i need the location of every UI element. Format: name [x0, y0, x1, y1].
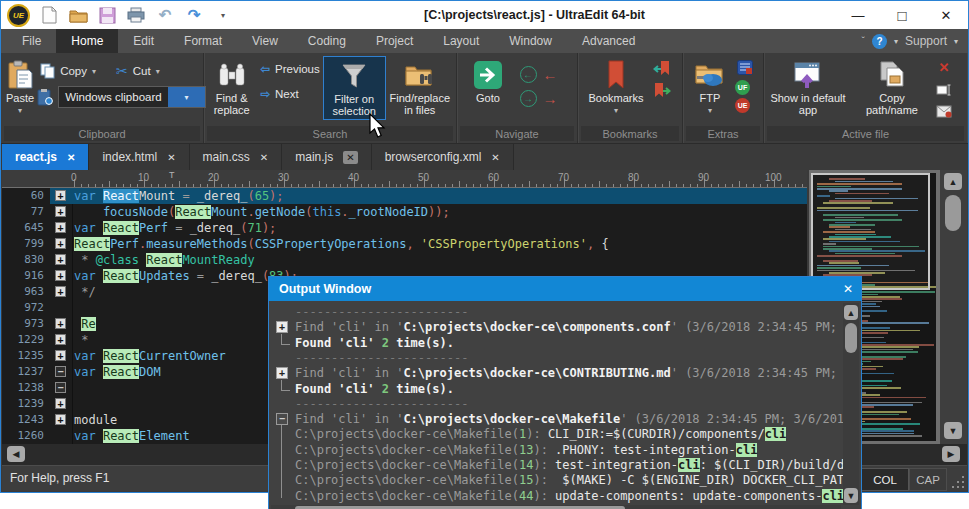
scroll-up-icon[interactable]: ▲ — [944, 173, 962, 190]
nav-forward-icon[interactable]: → — [520, 90, 537, 107]
output-search-result[interactable]: C:\projects\docker-ce\Makefile(1): CLI_D… — [269, 427, 845, 442]
previous-bookmark-icon[interactable] — [652, 58, 672, 77]
fold-toggle-icon[interactable]: + — [55, 190, 66, 201]
quick-access-dropdown-icon[interactable]: ▾ — [213, 5, 233, 25]
rename-file-icon[interactable] — [934, 80, 954, 99]
output-search-result[interactable]: C:\projects\docker-ce\Makefile(15): $(MA… — [269, 473, 845, 488]
output-window-body[interactable]: ------------------------+Find 'cli' in '… — [269, 301, 845, 509]
menu-item-project[interactable]: Project — [361, 29, 428, 53]
ultraftp-icon[interactable]: UE — [735, 98, 750, 113]
fold-toggle-icon[interactable]: + — [55, 222, 66, 233]
output-found-summary[interactable]: Found 'cli' 2 time(s). — [269, 382, 845, 397]
vscroll-thumb[interactable] — [945, 195, 961, 231]
new-file-icon[interactable] — [39, 5, 59, 25]
tab-close-icon[interactable]: ✕ — [343, 151, 357, 164]
col-mode-indicator[interactable]: COL — [861, 468, 909, 491]
caps-lock-indicator[interactable]: CAP — [909, 468, 947, 491]
tab-browserconfig.xml[interactable]: browserconfig.xml✕ — [372, 144, 514, 170]
ribbon-collapse-icon[interactable]: ˇ — [862, 36, 865, 47]
menu-item-file[interactable]: File — [7, 29, 56, 53]
fold-toggle-icon[interactable]: + — [55, 318, 66, 329]
menu-item-window[interactable]: Window — [494, 29, 567, 53]
output-window-close-icon[interactable]: ✕ — [835, 282, 861, 296]
output-search-result[interactable]: C:\projects\docker-ce\Makefile(14): test… — [269, 458, 845, 473]
tab-react.js[interactable]: react.js✕ — [2, 144, 89, 170]
editor-line-799[interactable]: 799+ReactPerf.measureMethods(CSSProperty… — [2, 236, 807, 252]
fold-toggle-icon[interactable]: − — [55, 382, 66, 393]
output-search-result[interactable]: C:\projects\docker-ce\Makefile(44): upda… — [269, 489, 845, 504]
output-found-summary[interactable]: Found 'cli' 2 time(s). — [269, 336, 845, 351]
output-separator[interactable]: ------------------------ — [269, 305, 845, 320]
menu-item-coding[interactable]: Coding — [293, 29, 361, 53]
output-search-result[interactable]: C:\projects\docker-ce\Makefile(13): .PHO… — [269, 443, 845, 458]
menu-item-view[interactable]: View — [237, 29, 293, 53]
output-find-header[interactable]: +Find 'cli' in 'C:\projects\docker-ce\CO… — [269, 366, 845, 381]
editor-line-77[interactable]: 77+ focusNode(ReactMount.getNode(this._r… — [2, 204, 807, 220]
output-expand-icon[interactable]: + — [276, 367, 288, 379]
bookmarks-button[interactable]: Bookmarks ▾ — [580, 56, 652, 119]
output-find-header[interactable]: +Find 'cli' in 'C:\projects\docker-ce\co… — [269, 320, 845, 335]
tab-close-icon[interactable]: ✕ — [260, 152, 268, 163]
tab-close-icon[interactable]: ✕ — [67, 152, 75, 163]
tab-index.html[interactable]: index.html✕ — [89, 144, 189, 170]
show-in-default-app-button[interactable]: Show in default app — [766, 56, 850, 118]
output-scroll-down-icon[interactable]: ▼ — [844, 488, 858, 503]
find-previous-button[interactable]: ⇦ Previous — [257, 58, 322, 80]
fold-toggle-icon[interactable]: + — [55, 238, 66, 249]
ftp-button[interactable]: FTP ▾ — [685, 56, 735, 119]
output-separator[interactable]: ------------------------ — [269, 351, 845, 366]
nav-back-icon[interactable]: ← — [520, 66, 537, 83]
ultraedit-logo-icon[interactable]: UE — [7, 4, 30, 27]
maximize-button[interactable]: □ — [880, 1, 924, 29]
ultracompare-icon[interactable] — [735, 58, 755, 77]
support-dropdown-icon[interactable]: ▾ — [954, 37, 958, 46]
redo-icon[interactable]: ↷ — [184, 5, 204, 25]
menu-item-edit[interactable]: Edit — [118, 29, 169, 53]
copy-path-name-button[interactable]: Copy path/name — [850, 56, 934, 118]
fold-toggle-icon[interactable]: + — [55, 254, 66, 265]
menu-item-format[interactable]: Format — [169, 29, 237, 53]
output-vscrollbar[interactable]: ▲ ▼ — [843, 303, 859, 505]
filter-on-selection-button[interactable]: Filter on selection — [323, 56, 386, 120]
output-hscrollbar[interactable] — [271, 505, 841, 509]
tab-close-icon[interactable]: ✕ — [491, 152, 499, 163]
minimize-button[interactable]: — — [836, 1, 880, 29]
tab-close-icon[interactable]: ✕ — [167, 152, 175, 163]
editor-line-60[interactable]: 60+var ReactMount = _dereq_(65); — [2, 188, 807, 204]
editor-line-830[interactable]: 830+ * @class ReactMountReady — [2, 252, 807, 268]
editor-line-645[interactable]: 645+var ReactPerf = _dereq_(71); — [2, 220, 807, 236]
resize-grip[interactable] — [952, 476, 964, 488]
scroll-down-icon[interactable]: ▼ — [944, 422, 962, 439]
fold-toggle-icon[interactable]: − — [55, 366, 66, 377]
fold-toggle-icon[interactable]: + — [55, 414, 66, 425]
paste-button[interactable]: Paste ▾ — [3, 56, 37, 119]
output-window-titlebar[interactable]: Output Window ✕ — [269, 277, 861, 301]
menu-item-layout[interactable]: Layout — [428, 29, 494, 53]
support-menu[interactable]: Support — [905, 34, 947, 48]
clipboard-selector-dropdown-icon[interactable]: ▾ — [168, 87, 205, 107]
goto-button[interactable]: Goto — [459, 56, 517, 106]
prev-position-icon[interactable]: ← — [543, 66, 558, 83]
output-separator[interactable]: ------------------------ — [269, 397, 845, 412]
output-expand-icon[interactable]: − — [276, 413, 288, 425]
find-next-button[interactable]: ⇨ Next — [257, 83, 322, 105]
close-file-icon[interactable]: ✕ — [934, 58, 954, 77]
copy-button[interactable]: Copy▾ — [37, 60, 99, 82]
fold-toggle-icon[interactable]: + — [55, 270, 66, 281]
ultrafinder-icon[interactable]: UF — [735, 80, 750, 95]
scroll-right-icon[interactable]: ▶ — [942, 446, 960, 462]
email-file-icon[interactable] — [934, 102, 954, 121]
fold-toggle-icon[interactable]: + — [55, 286, 66, 297]
editor-vscrollbar[interactable]: ▲ ▼ — [940, 170, 967, 444]
clipboard-selector[interactable]: Windows clipboard ▾ — [58, 86, 206, 108]
help-dropdown-icon[interactable]: ▾ — [894, 37, 898, 46]
fold-toggle-icon[interactable]: + — [55, 334, 66, 345]
output-vscroll-thumb[interactable] — [845, 323, 857, 353]
output-find-header[interactable]: −Find 'cli' in 'C:\projects\docker-ce\Ma… — [269, 412, 845, 427]
output-scroll-up-icon[interactable]: ▲ — [844, 305, 858, 320]
find-replace-button[interactable]: Find & replace — [206, 56, 257, 118]
tab-main.css[interactable]: main.css✕ — [190, 144, 283, 170]
cut-button[interactable]: ✂ Cut▾ — [113, 60, 163, 82]
fold-toggle-icon[interactable]: + — [55, 350, 66, 361]
open-folder-icon[interactable] — [68, 5, 88, 25]
